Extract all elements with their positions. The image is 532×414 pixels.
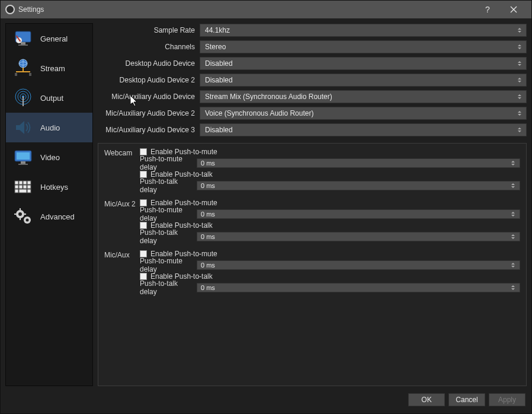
- select-value: Disabled: [205, 59, 233, 68]
- sample-rate-label: Sample Rate: [98, 26, 200, 34]
- mic-aux-select[interactable]: Stream Mix (Synchronous Audio Router): [200, 90, 527, 103]
- chevron-updown-icon: [515, 107, 524, 119]
- chevron-updown-icon: [515, 124, 524, 136]
- select-value: Stereo: [205, 43, 226, 51]
- chevron-updown-icon: [509, 284, 517, 292]
- svg-rect-30: [27, 185, 31, 189]
- keyboard-icon: [12, 176, 34, 198]
- settings-window: Settings ? General: [0, 0, 532, 414]
- svg-rect-24: [19, 181, 23, 184]
- svg-rect-12: [15, 73, 17, 76]
- chevron-updown-icon: [509, 233, 517, 241]
- mic-aux3-label: Mic/Auxiliary Audio Device 3: [98, 126, 200, 134]
- chevron-updown-icon: [509, 181, 517, 190]
- chevron-updown-icon: [515, 41, 524, 53]
- select-value: Disabled: [205, 126, 233, 134]
- sidebar-item-advanced[interactable]: Advanced: [6, 202, 92, 231]
- svg-point-35: [18, 212, 22, 216]
- titlebar: Settings ?: [1, 1, 531, 18]
- svg-rect-33: [27, 189, 31, 193]
- sidebar-item-video[interactable]: Video: [6, 142, 92, 172]
- device-name: Mic/Aux: [104, 249, 136, 293]
- device-name: Mic/Aux 2: [104, 198, 136, 242]
- svg-rect-27: [15, 185, 18, 189]
- sidebar-item-label: Audio: [40, 123, 60, 132]
- ptm-delay-input[interactable]: 0 ms: [197, 209, 520, 219]
- sample-rate-select[interactable]: 44.1khz: [200, 24, 527, 37]
- help-button[interactable]: ?: [475, 1, 501, 18]
- display-icon: [12, 146, 34, 168]
- svg-rect-13: [29, 73, 31, 76]
- close-button[interactable]: [501, 1, 527, 18]
- window-title: Settings: [18, 5, 44, 14]
- svg-rect-32: [19, 189, 27, 193]
- svg-rect-37: [20, 218, 21, 220]
- chevron-updown-icon: [515, 24, 524, 36]
- select-value: 44.1khz: [205, 26, 230, 34]
- svg-rect-20: [17, 152, 30, 160]
- svg-point-41: [26, 219, 29, 222]
- sidebar-item-output[interactable]: Output: [6, 83, 92, 113]
- chevron-updown-icon: [509, 210, 517, 218]
- select-value: Disabled: [205, 76, 233, 84]
- ptt-delay-label: Push-to-talk delay: [140, 279, 197, 296]
- sidebar-item-label: Advanced: [40, 212, 75, 221]
- sidebar-item-label: Hotkeys: [40, 183, 68, 192]
- svg-rect-22: [18, 164, 28, 165]
- mic-aux-label: Mic/Auxiliary Audio Device: [98, 93, 200, 101]
- mic-aux2-label: Mic/Auxiliary Audio Device 2: [98, 109, 200, 117]
- ptm-delay-label: Push-to-mute delay: [140, 206, 197, 222]
- ptt-panel: Webcam Enable Push-to-mute Push-to-mute …: [98, 143, 527, 386]
- svg-rect-26: [27, 181, 31, 184]
- desktop-audio2-label: Desktop Audio Device 2: [98, 76, 200, 84]
- ptt-delay-input[interactable]: 0 ms: [197, 232, 520, 241]
- ok-button[interactable]: OK: [408, 393, 445, 406]
- desktop-audio-select[interactable]: Disabled: [200, 57, 527, 70]
- svg-rect-39: [24, 214, 26, 215]
- chevron-updown-icon: [515, 74, 524, 86]
- speaker-icon: [12, 116, 34, 139]
- ptt-delay-input[interactable]: 0 ms: [197, 181, 520, 190]
- settings-content: Sample Rate 44.1khz Channels Stereo: [98, 23, 527, 386]
- sidebar-item-stream[interactable]: Stream: [6, 53, 92, 83]
- apply-button[interactable]: Apply: [489, 393, 525, 406]
- desktop-audio-label: Desktop Audio Device: [98, 59, 200, 68]
- ptt-delay-input[interactable]: 0 ms: [197, 283, 520, 292]
- gears-icon: [12, 205, 34, 228]
- device-name: Webcam: [104, 147, 136, 191]
- dialog-footer: OK Cancel Apply: [1, 391, 531, 413]
- monitor-icon: [12, 27, 34, 50]
- device-group-micaux: Mic/Aux Enable Push-to-mute Push-to-mute…: [104, 249, 520, 293]
- ptt-delay-label: Push-to-talk delay: [140, 177, 197, 194]
- svg-rect-3: [21, 42, 25, 44]
- chevron-updown-icon: [509, 261, 517, 269]
- svg-rect-38: [14, 214, 17, 215]
- ptm-delay-input[interactable]: 0 ms: [197, 158, 520, 168]
- svg-rect-36: [20, 208, 21, 211]
- mic-aux2-select[interactable]: Voice (Synchronous Audio Router): [200, 107, 527, 120]
- svg-rect-29: [23, 185, 27, 189]
- channels-select[interactable]: Stereo: [200, 40, 527, 53]
- audio-form: Sample Rate 44.1khz Channels Stereo: [98, 23, 527, 137]
- svg-rect-4: [18, 44, 28, 46]
- svg-rect-21: [21, 161, 25, 164]
- sidebar-item-hotkeys[interactable]: Hotkeys: [6, 172, 92, 202]
- device-group-webcam: Webcam Enable Push-to-mute Push-to-mute …: [104, 147, 520, 191]
- sidebar-item-audio[interactable]: Audio: [6, 113, 92, 142]
- cancel-button[interactable]: Cancel: [448, 393, 485, 406]
- sidebar-item-label: Stream: [40, 64, 65, 73]
- sidebar-item-label: Video: [40, 153, 60, 162]
- settings-sidebar: General Stream Output: [5, 23, 93, 386]
- chevron-updown-icon: [509, 159, 517, 167]
- ptm-delay-input[interactable]: 0 ms: [197, 260, 520, 270]
- desktop-audio2-select[interactable]: Disabled: [200, 74, 527, 87]
- sidebar-item-label: Output: [40, 94, 63, 103]
- svg-rect-31: [15, 189, 18, 193]
- mic-aux3-select[interactable]: Disabled: [200, 123, 527, 136]
- select-value: Stream Mix (Synchronous Audio Router): [205, 93, 332, 101]
- select-value: Voice (Synchronous Audio Router): [205, 109, 313, 117]
- chevron-updown-icon: [515, 58, 524, 69]
- svg-rect-28: [19, 185, 23, 189]
- sidebar-item-general[interactable]: General: [6, 24, 92, 53]
- sidebar-item-label: General: [40, 34, 68, 43]
